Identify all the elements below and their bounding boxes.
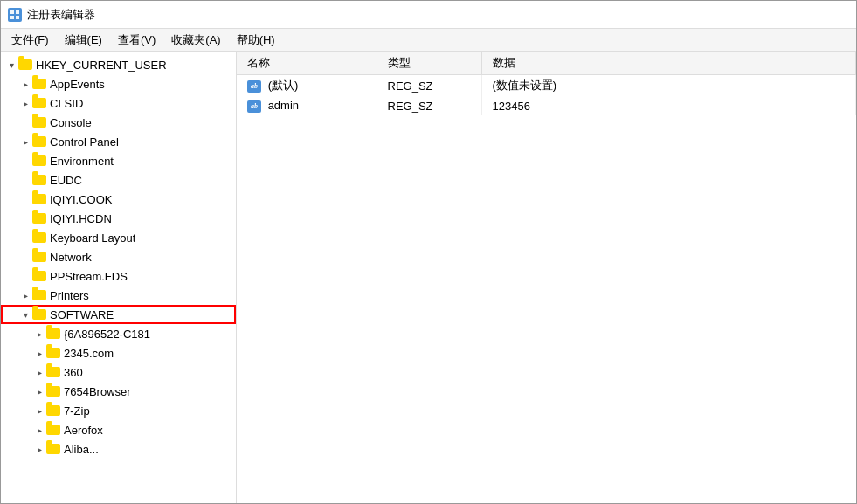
window-title: 注册表编辑器 bbox=[27, 7, 95, 23]
folder-icon-ppstream bbox=[32, 270, 46, 282]
menu-favorites[interactable]: 收藏夹(A) bbox=[164, 30, 227, 51]
registry-tree[interactable]: ▾ HKEY_CURRENT_USER ▸ AppEvents ▸ bbox=[1, 52, 237, 503]
tree-item-7zip[interactable]: ▸ 7-Zip bbox=[1, 401, 236, 420]
title-bar: 注册表编辑器 bbox=[1, 1, 856, 29]
tree-item-ppstream[interactable]: ▸ PPStream.FDS bbox=[1, 266, 236, 286]
menu-help[interactable]: 帮助(H) bbox=[230, 30, 282, 51]
registry-values-table: 名称 类型 数据 ab (默认) REG_SZ (数值未设置) bbox=[237, 52, 856, 115]
tree-item-environment[interactable]: ▸ Environment bbox=[1, 151, 236, 170]
tree-label-aliba: Aliba... bbox=[64, 443, 99, 456]
folder-icon-environment bbox=[32, 155, 46, 167]
expander-iqiyi-cook: ▸ bbox=[18, 192, 32, 206]
tree-item-2345com[interactable]: ▸ 2345.com bbox=[1, 343, 236, 362]
folder-icon-7654browser bbox=[46, 385, 60, 397]
cell-name-admin-text: admin bbox=[268, 99, 299, 112]
tree-item-360[interactable]: ▸ 360 bbox=[1, 362, 236, 382]
expander-aerofox[interactable]: ▸ bbox=[32, 423, 46, 437]
expander-aliba[interactable]: ▸ bbox=[32, 442, 46, 456]
folder-icon-controlpanel bbox=[32, 135, 46, 148]
tree-label-keyboard-layout: Keyboard Layout bbox=[50, 231, 135, 245]
app-icon bbox=[8, 8, 22, 22]
svg-rect-0 bbox=[10, 10, 14, 14]
folder-icon-software bbox=[32, 308, 46, 321]
expander-360[interactable]: ▸ bbox=[32, 365, 46, 379]
tree-label-7654browser: 7654Browser bbox=[64, 385, 131, 398]
reg-string-icon: ab bbox=[247, 80, 261, 93]
folder-icon-keyboard-layout bbox=[32, 231, 46, 244]
folder-icon-6a896 bbox=[46, 328, 60, 340]
table-row[interactable]: ab admin REG_SZ 123456 bbox=[237, 96, 856, 115]
tree-item-iqiyi-cook[interactable]: ▸ IQIYI.COOK bbox=[1, 190, 236, 209]
expander-ppstream: ▸ bbox=[18, 269, 32, 283]
tree-item-network[interactable]: ▸ Network bbox=[1, 247, 236, 266]
svg-rect-2 bbox=[10, 16, 14, 19]
folder-icon-aliba bbox=[46, 443, 60, 455]
tree-item-keyboard-layout[interactable]: ▸ Keyboard Layout bbox=[1, 228, 236, 247]
tree-label-2345com: 2345.com bbox=[64, 347, 114, 360]
tree-label-7zip: 7-Zip bbox=[64, 404, 90, 418]
tree-label-iqiyi-cook: IQIYI.COOK bbox=[50, 193, 113, 206]
tree-label-appevents: AppEvents bbox=[50, 78, 105, 91]
tree-label-environment: Environment bbox=[50, 155, 114, 168]
folder-icon-clsid bbox=[32, 97, 46, 109]
tree-label-iqiyi-hcdn: IQIYI.HCDN bbox=[50, 212, 112, 225]
cell-name-admin: ab admin bbox=[237, 96, 377, 115]
expander-environment: ▸ bbox=[18, 154, 32, 168]
expander-7654browser[interactable]: ▸ bbox=[32, 384, 46, 398]
menu-view[interactable]: 查看(V) bbox=[111, 30, 162, 51]
expander-clsid[interactable]: ▸ bbox=[18, 96, 32, 110]
tree-label-software: SOFTWARE bbox=[50, 308, 114, 321]
folder-icon-printers bbox=[32, 289, 46, 301]
cell-data-default: (数值未设置) bbox=[481, 75, 856, 97]
folder-icon-7zip bbox=[46, 404, 60, 417]
tree-label-360: 360 bbox=[64, 366, 83, 379]
expander-eudc: ▸ bbox=[18, 173, 32, 187]
col-header-type: 类型 bbox=[377, 52, 481, 75]
table-row[interactable]: ab (默认) REG_SZ (数值未设置) bbox=[237, 75, 856, 97]
expander-software[interactable]: ▾ bbox=[18, 307, 32, 321]
tree-item-eudc[interactable]: ▸ EUDC bbox=[1, 170, 236, 190]
expander-6a896[interactable]: ▸ bbox=[32, 327, 46, 341]
tree-label-6a896: {6A896522-C181 bbox=[64, 328, 150, 341]
folder-icon-iqiyi-cook bbox=[32, 193, 46, 205]
registry-editor-window: 注册表编辑器 文件(F) 编辑(E) 查看(V) 收藏夹(A) 帮助(H) ▾ … bbox=[0, 0, 857, 504]
tree-item-software[interactable]: ▾ SOFTWARE bbox=[1, 305, 236, 324]
expander-console: ▸ bbox=[18, 115, 32, 129]
folder-icon-eudc bbox=[32, 174, 46, 186]
folder-icon-aerofox bbox=[46, 424, 60, 436]
tree-label-root: HKEY_CURRENT_USER bbox=[36, 59, 167, 72]
tree-item-console[interactable]: ▸ Console bbox=[1, 113, 236, 132]
svg-rect-1 bbox=[16, 10, 19, 14]
menu-file[interactable]: 文件(F) bbox=[4, 30, 56, 51]
tree-item-printers[interactable]: ▸ Printers bbox=[1, 286, 236, 305]
menu-edit[interactable]: 编辑(E) bbox=[58, 30, 109, 51]
expander-2345com[interactable]: ▸ bbox=[32, 346, 46, 360]
tree-item-aliba[interactable]: ▸ Aliba... bbox=[1, 439, 236, 459]
tree-item-controlpanel[interactable]: ▸ Control Panel bbox=[1, 132, 236, 151]
tree-item-iqiyi-hcdn[interactable]: ▸ IQIYI.HCDN bbox=[1, 209, 236, 228]
tree-item-root[interactable]: ▾ HKEY_CURRENT_USER bbox=[1, 55, 236, 74]
expander-network: ▸ bbox=[18, 250, 32, 264]
tree-item-7654browser[interactable]: ▸ 7654Browser bbox=[1, 382, 236, 401]
cell-name-default-text: (默认) bbox=[268, 79, 299, 92]
detail-panel[interactable]: 名称 类型 数据 ab (默认) REG_SZ (数值未设置) bbox=[237, 52, 856, 503]
main-content: ▾ HKEY_CURRENT_USER ▸ AppEvents ▸ bbox=[1, 52, 856, 503]
folder-icon-root bbox=[18, 59, 32, 71]
expander-appevents[interactable]: ▸ bbox=[18, 77, 32, 91]
tree-item-appevents[interactable]: ▸ AppEvents bbox=[1, 74, 236, 93]
svg-rect-3 bbox=[16, 16, 19, 19]
tree-label-controlpanel: Control Panel bbox=[50, 135, 119, 148]
tree-item-clsid[interactable]: ▸ CLSID bbox=[1, 93, 236, 113]
folder-icon-iqiyi-hcdn bbox=[32, 212, 46, 224]
expander-controlpanel[interactable]: ▸ bbox=[18, 135, 32, 148]
cell-name-default: ab (默认) bbox=[237, 75, 377, 97]
expander-printers[interactable]: ▸ bbox=[18, 288, 32, 302]
tree-label-ppstream: PPStream.FDS bbox=[50, 270, 128, 283]
expander-7zip[interactable]: ▸ bbox=[32, 404, 46, 418]
expander-root[interactable]: ▾ bbox=[4, 58, 18, 72]
tree-item-aerofox[interactable]: ▸ Aerofox bbox=[1, 420, 236, 439]
col-header-name: 名称 bbox=[237, 52, 377, 75]
cell-type-default: REG_SZ bbox=[377, 75, 481, 97]
tree-item-6a896[interactable]: ▸ {6A896522-C181 bbox=[1, 324, 236, 343]
expander-keyboard-layout: ▸ bbox=[18, 231, 32, 245]
